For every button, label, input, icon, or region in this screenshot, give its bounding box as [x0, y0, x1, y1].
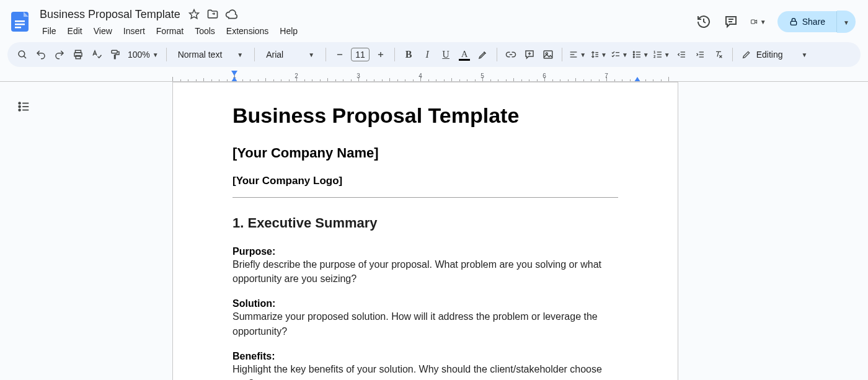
separator	[254, 48, 255, 61]
show-outline-button[interactable]	[14, 97, 33, 117]
undo-icon[interactable]	[32, 46, 50, 63]
share-dropdown[interactable]: ▼	[837, 11, 856, 33]
zoom-select[interactable]: 100%▼	[125, 50, 161, 60]
doc-company-logo[interactable]: [Your Company Logo]	[232, 175, 618, 187]
cloud-status-icon[interactable]	[225, 8, 237, 20]
spellcheck-icon[interactable]	[88, 46, 105, 63]
font-value: Arial	[266, 50, 283, 60]
menu-format[interactable]: Format	[151, 25, 188, 37]
share-label: Share	[802, 17, 825, 27]
redo-icon[interactable]	[51, 46, 68, 63]
history-icon[interactable]	[696, 14, 712, 30]
svg-rect-15	[112, 50, 117, 53]
menu-insert[interactable]: Insert	[118, 25, 150, 37]
increase-indent-button[interactable]	[691, 46, 709, 63]
block: Solution: Summarize your proposed soluti…	[232, 298, 618, 338]
block-body[interactable]: Highlight the key benefits of your solut…	[232, 362, 618, 380]
bulleted-list-button[interactable]: ▼	[631, 46, 650, 63]
chevron-down-icon: ▼	[153, 51, 159, 58]
meet-icon[interactable]: ▼	[750, 14, 766, 30]
move-folder-icon[interactable]	[206, 8, 219, 20]
add-comment-icon[interactable]	[521, 46, 538, 63]
titlebar-right: ▼ Share ▼	[696, 11, 861, 33]
decrease-font-size-button[interactable]	[331, 46, 348, 63]
ruler[interactable]: 1234567	[0, 71, 868, 82]
paint-format-icon[interactable]	[107, 46, 124, 63]
block-body[interactable]: Summarize your proposed solution. How wi…	[232, 309, 618, 338]
clear-formatting-button[interactable]	[710, 46, 727, 63]
font-size-input[interactable]	[351, 48, 370, 61]
checklist-button[interactable]: ▼	[609, 46, 629, 63]
paragraph-style-select[interactable]: Normal text▼	[172, 50, 249, 60]
svg-line-11	[24, 56, 26, 58]
numbered-list-button[interactable]: 12▼	[652, 46, 671, 63]
svg-marker-4	[189, 10, 198, 19]
share-button[interactable]: Share	[777, 11, 837, 32]
separator	[732, 48, 733, 61]
doc-company-name[interactable]: [Your Company Name]	[232, 145, 618, 161]
chevron-down-icon: ▼	[760, 19, 766, 25]
ruler-number: 3	[356, 73, 360, 79]
title-column: Business Proposal Template File Edit Vie…	[37, 7, 303, 37]
increase-font-size-button[interactable]	[372, 46, 389, 63]
workspace: Business Proposal Template [Your Company…	[0, 82, 868, 380]
svg-rect-9	[790, 21, 796, 25]
svg-point-52	[19, 106, 20, 108]
bold-button[interactable]: B	[400, 46, 417, 63]
block-body[interactable]: Briefly describe the purpose of your pro…	[232, 257, 618, 286]
menu-help[interactable]: Help	[275, 25, 303, 37]
italic-button[interactable]: I	[418, 46, 436, 63]
chevron-down-icon: ▼	[664, 51, 670, 58]
right-indent-marker[interactable]	[634, 77, 640, 82]
highlight-color-button[interactable]	[474, 46, 492, 63]
insert-link-icon[interactable]	[502, 46, 520, 63]
menu-file[interactable]: File	[37, 25, 61, 37]
pencil-icon	[742, 50, 751, 60]
font-select[interactable]: Arial▼	[260, 50, 321, 60]
share-group: Share ▼	[777, 11, 856, 33]
svg-point-33	[633, 54, 634, 55]
underline-button[interactable]: U	[437, 46, 454, 63]
ruler-number: 6	[542, 73, 546, 79]
left-indent-marker[interactable]	[231, 77, 237, 82]
ruler-number: 2	[294, 73, 298, 79]
block-label[interactable]: Solution:	[232, 298, 618, 309]
first-line-indent-marker[interactable]	[231, 71, 237, 76]
menu-tools[interactable]: Tools	[190, 25, 220, 37]
toolbar: 100%▼ Normal text▼ Arial▼ B I U A ▼ ▼ ▼ …	[7, 42, 861, 67]
svg-rect-21	[544, 51, 552, 58]
svg-rect-1	[15, 20, 25, 22]
search-menus-icon[interactable]	[14, 46, 31, 63]
line-spacing-button[interactable]: ▼	[588, 46, 608, 63]
align-button[interactable]: ▼	[567, 46, 587, 63]
print-icon[interactable]	[69, 46, 87, 63]
comments-icon[interactable]	[723, 14, 739, 30]
document-page[interactable]: Business Proposal Template [Your Company…	[172, 82, 678, 380]
block-label[interactable]: Purpose:	[232, 246, 618, 257]
decrease-indent-button[interactable]	[673, 46, 690, 63]
separator	[497, 48, 497, 61]
svg-point-32	[633, 51, 634, 53]
svg-rect-3	[15, 27, 21, 29]
star-icon[interactable]	[188, 8, 200, 20]
document-title-input[interactable]: Business Proposal Template	[37, 7, 183, 22]
separator	[326, 48, 326, 61]
editing-mode-select[interactable]: Editing ▼	[738, 50, 812, 60]
chevron-down-icon: ▼	[601, 51, 607, 58]
chevron-down-icon: ▼	[622, 51, 628, 58]
docs-app-icon[interactable]	[7, 9, 32, 34]
section-heading[interactable]: 1. Executive Summary	[232, 215, 618, 231]
insert-image-icon[interactable]	[539, 46, 557, 63]
svg-point-53	[19, 109, 20, 111]
zoom-value: 100%	[128, 50, 150, 60]
menu-edit[interactable]: Edit	[63, 25, 87, 37]
block-label[interactable]: Benefits:	[232, 351, 618, 362]
doc-heading-title[interactable]: Business Proposal Template	[232, 104, 618, 128]
title-icons	[188, 8, 237, 20]
text-color-button[interactable]: A	[456, 46, 473, 63]
svg-rect-2	[15, 24, 25, 25]
chevron-down-icon: ▼	[580, 51, 586, 58]
menu-extensions[interactable]: Extensions	[221, 25, 273, 37]
menu-view[interactable]: View	[89, 25, 117, 37]
separator	[166, 48, 167, 61]
